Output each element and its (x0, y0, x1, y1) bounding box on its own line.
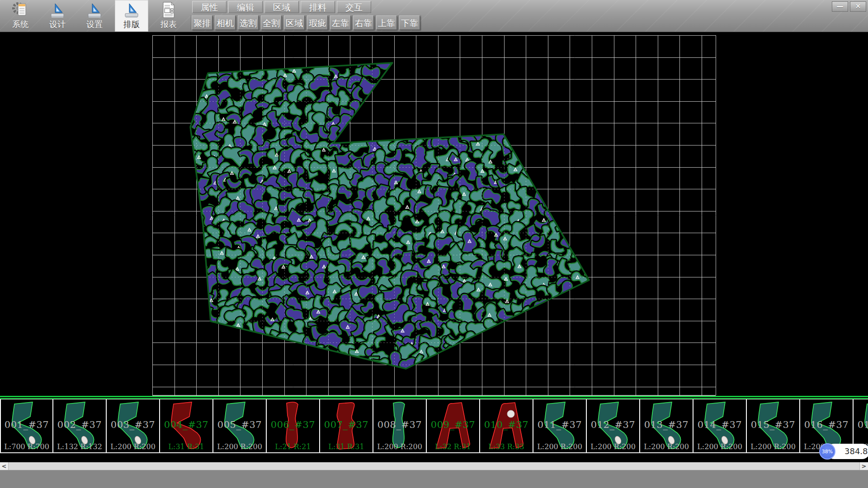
part-thumbnail-cell-009_#37[interactable]: 009_#37 L:32 R:31 (427, 399, 480, 452)
part-id-label: 001_#37 (1, 419, 52, 430)
part-counts-label: L:33 R:33 (480, 442, 533, 451)
part-thumbnail-cell-002_#37[interactable]: 002_#37 L:132 R:132 (53, 399, 107, 452)
app-button-label: 排版 (123, 19, 140, 30)
part-thumbnail-cell-005_#37[interactable]: 005_#37 L:200 R:200 (213, 399, 267, 452)
part-id-label: 016_#37 (800, 419, 853, 430)
app-button-3[interactable]: 设置 (78, 0, 111, 32)
part-id-label: 004_#37 (160, 419, 212, 430)
part-thumbnail-cell-015_#37[interactable]: 015_#37 L:200 R:200 (747, 399, 800, 452)
part-id-label: 008_#37 (373, 419, 426, 430)
download-size-label: 384.8M (844, 446, 868, 456)
nesting-canvas[interactable] (0, 32, 868, 396)
part-id-label: 003_#37 (107, 419, 159, 430)
taskbar (0, 470, 868, 488)
part-counts-label: L:200 R:200 (373, 442, 426, 451)
part-counts-label: L:31 R:31 (320, 442, 373, 451)
horizontal-scrollbar[interactable]: < > (0, 462, 868, 470)
part-id-label: 017_#37 (854, 419, 868, 430)
part-counts-label: L:200 R:200 (747, 442, 799, 451)
app-button-1[interactable]: 系统 (4, 0, 37, 32)
part-thumbnail-cell-013_#37[interactable]: 013_#37 L:200 R:200 (640, 399, 693, 452)
part-id-label: 010_#37 (480, 419, 533, 430)
part-counts-label: L:200 R:200 (693, 442, 746, 451)
part-thumbnail-cell-006_#37[interactable]: 006_#37 L:21 R:21 (267, 399, 320, 452)
report-icon (160, 1, 177, 19)
settings-icon (86, 1, 103, 19)
download-progress-circle[interactable]: 38% (819, 443, 835, 460)
app-button-label: 设计 (49, 19, 66, 30)
part-id-label: 014_#37 (693, 419, 746, 430)
part-counts-label: L:200 R:200 (533, 442, 586, 451)
tool-button-2[interactable]: 相机 (215, 15, 236, 30)
part-counts-label: L:200 R:200 (640, 442, 693, 451)
tool-button-9[interactable]: 上靠 (376, 15, 397, 30)
strip-separator-line (0, 396, 868, 399)
part-thumbnail-cell-011_#37[interactable]: 011_#37 L:200 R:200 (533, 399, 587, 452)
menu-tab-1[interactable]: 属性 (192, 1, 226, 13)
tool-button-6[interactable]: 瑕疵 (307, 15, 328, 30)
app-button-5[interactable]: 报表 (152, 0, 185, 32)
part-counts-label: L:31 R:31 (160, 442, 212, 451)
part-counts-label: L:200 R:200 (587, 442, 639, 451)
part-thumbnail-cell-010_#37[interactable]: 010_#37 L:33 R:33 (480, 399, 533, 452)
menu-tab-2[interactable]: 编辑 (228, 1, 263, 13)
tool-button-4[interactable]: 全割 (261, 15, 282, 30)
part-thumbnail-cell-008_#37[interactable]: 008_#37 L:200 R:200 (373, 399, 427, 452)
tool-button-8[interactable]: 右靠 (353, 15, 374, 30)
scrollbar-thumb[interactable] (8, 462, 860, 470)
main-toolbar: 系统 设计 设置 排版 报表 属性编辑区域排料交互 聚排相机选割全割区域瑕疵左靠… (0, 0, 868, 32)
menu-tab-3[interactable]: 区域 (264, 1, 299, 13)
menu-tab-4[interactable]: 排料 (301, 1, 335, 13)
tool-button-3[interactable]: 选割 (238, 15, 259, 30)
parts-strip: 001_#37 L:700 R:700 002_#37 L:132 R:132 … (0, 399, 868, 453)
minimize-button[interactable]: — (832, 1, 848, 12)
part-thumbnail-cell-001_#37[interactable]: 001_#37 L:700 R:700 (0, 399, 53, 452)
scroll-left-button[interactable]: < (0, 462, 9, 470)
part-thumbnail-cell-004_#37[interactable]: 004_#37 L:31 R:31 (160, 399, 213, 452)
download-percent-label: 38% (822, 449, 833, 455)
layout-icon (123, 1, 140, 19)
part-id-label: 005_#37 (213, 419, 266, 430)
scroll-right-button[interactable]: > (859, 462, 868, 470)
part-counts-label: L:32 R:31 (427, 442, 479, 451)
app-button-2[interactable]: 设计 (41, 0, 74, 32)
menu-tab-row: 属性编辑区域排料交互 (192, 1, 371, 13)
part-thumbnail-cell-007_#37[interactable]: 007_#37 L:31 R:31 (320, 399, 373, 452)
part-id-label: 006_#37 (267, 419, 319, 430)
part-thumbnail-cell-014_#37[interactable]: 014_#37 L:200 R:200 (693, 399, 747, 452)
part-thumbnail-cell-012_#37[interactable]: 012_#37 L:200 R:200 (587, 399, 640, 452)
design-icon (49, 1, 66, 19)
part-id-label: 007_#37 (320, 419, 373, 430)
part-id-label: 002_#37 (53, 419, 106, 430)
menu-tab-5[interactable]: 交互 (337, 1, 371, 13)
tool-button-5[interactable]: 区域 (284, 15, 305, 30)
part-id-label: 015_#37 (747, 419, 799, 430)
app-button-label: 报表 (160, 19, 177, 30)
part-id-label: 012_#37 (587, 419, 639, 430)
window-controls: — ✕ (832, 1, 866, 12)
tool-button-1[interactable]: 聚排 (192, 15, 212, 30)
part-id-label: 013_#37 (640, 419, 693, 430)
tool-button-row: 聚排相机选割全割区域瑕疵左靠右靠上靠下靠 (190, 15, 421, 30)
part-id-label: 009_#37 (427, 419, 479, 430)
part-id-label: 011_#37 (533, 419, 586, 430)
app-button-group: 系统 设计 设置 排版 报表 (4, 0, 185, 32)
part-counts-label: L:21 R:21 (267, 442, 319, 451)
app-button-4[interactable]: 排版 (115, 0, 148, 32)
app-button-label: 系统 (12, 19, 28, 30)
strip-bottom-gap (0, 453, 868, 462)
part-counts-label: L:200 R:200 (213, 442, 266, 451)
system-icon (12, 1, 29, 19)
part-thumbnail-cell-003_#37[interactable]: 003_#37 L:200 R:200 (107, 399, 160, 452)
part-counts-label: L:700 R:700 (1, 442, 52, 451)
tool-button-7[interactable]: 左靠 (330, 15, 351, 30)
close-button[interactable]: ✕ (850, 1, 866, 12)
tool-button-10[interactable]: 下靠 (399, 15, 420, 30)
part-counts-label: L:200 R:200 (107, 442, 159, 451)
part-counts-label: L:132 R:132 (53, 442, 106, 451)
app-button-label: 设置 (86, 19, 103, 30)
